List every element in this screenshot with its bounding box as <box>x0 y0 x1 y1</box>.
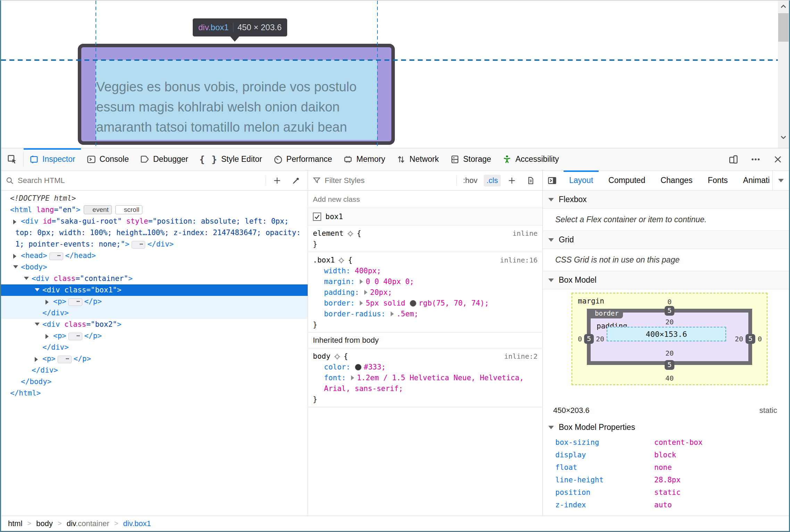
expand-value-icon[interactable] <box>364 290 367 295</box>
css-declaration[interactable]: font: 1.2em / 1.5 Helvetica Neue, Helvet… <box>308 373 542 394</box>
grid-section-header[interactable]: Grid <box>543 231 789 249</box>
highlight-selector-icon[interactable] <box>347 230 354 238</box>
color-swatch[interactable] <box>355 364 361 371</box>
collapse-expander-icon[interactable] <box>13 265 18 268</box>
inline-ellipsis-button[interactable]: ⋯ <box>49 252 63 260</box>
tab-layout[interactable]: Layout <box>562 171 601 190</box>
rule-selector[interactable]: .box1 <box>313 255 335 266</box>
property-name[interactable]: box-sizing <box>555 437 654 448</box>
pseudo-class-button[interactable]: :hov <box>460 175 480 186</box>
tab-performance[interactable]: Performance <box>268 148 338 170</box>
css-declaration[interactable]: margin: 0 0 40px 0; <box>308 276 542 287</box>
css-declaration[interactable]: padding: 20px; <box>308 287 542 298</box>
rule-source-link[interactable]: inline:2 <box>504 351 538 362</box>
expand-value-icon[interactable] <box>360 301 363 306</box>
expand-expander-icon[interactable] <box>13 219 16 224</box>
css-declaration[interactable]: border: 5px solid rgb(75, 70, 74); <box>308 298 542 309</box>
margin-right-value[interactable]: 0 <box>758 335 762 343</box>
color-swatch[interactable] <box>410 300 416 307</box>
property-name[interactable]: display <box>555 450 654 460</box>
print-simulation-button[interactable] <box>523 173 538 188</box>
markup-row[interactable]: </div> <box>1 342 308 353</box>
node-badge-event[interactable]: event <box>84 205 111 214</box>
markup-row[interactable]: <p>⋯</p> <box>1 296 308 307</box>
flexbox-section-header[interactable]: Flexbox <box>543 191 789 209</box>
margin-top-value[interactable]: 0 <box>667 298 672 306</box>
search-html-input[interactable] <box>18 176 262 185</box>
property-name[interactable]: float <box>555 462 654 473</box>
inline-ellipsis-button[interactable]: ⋯ <box>132 241 145 249</box>
property-value[interactable]: content-box <box>654 437 702 448</box>
box-model-properties-header[interactable]: Box Model Properties <box>543 418 789 436</box>
breadcrumb-item-html[interactable]: html <box>8 519 23 528</box>
add-new-class-input[interactable] <box>313 195 538 203</box>
box-model-content[interactable]: 400×153.6 <box>607 327 726 341</box>
css-declaration[interactable]: color: #333; <box>308 362 542 373</box>
inline-ellipsis-button[interactable]: ⋯ <box>58 356 72 363</box>
page-scrollbar-thumb[interactable] <box>778 13 789 42</box>
all-tabs-menu-button[interactable] <box>772 171 789 190</box>
property-value[interactable]: block <box>654 450 676 460</box>
node-badge-scroll[interactable]: scroll <box>115 205 142 214</box>
pick-element-button[interactable] <box>1 148 23 170</box>
collapse-expander-icon[interactable] <box>24 277 29 280</box>
border-right-value[interactable]: 5 <box>746 334 755 344</box>
rule-source-link[interactable]: inline:16 <box>500 255 538 266</box>
markup-row[interactable]: <!DOCTYPE html> <box>1 193 308 204</box>
sidebar-toggle-button[interactable] <box>543 171 562 190</box>
margin-left-value[interactable]: 0 <box>578 335 582 343</box>
expand-expander-icon[interactable] <box>35 357 38 362</box>
markup-row[interactable]: <body> <box>1 261 308 273</box>
inline-ellipsis-button[interactable]: ⋯ <box>68 298 82 306</box>
markup-row[interactable]: <div class="container"> <box>1 273 308 284</box>
collapse-expander-icon[interactable] <box>35 288 40 291</box>
margin-bottom-value[interactable]: 40 <box>665 374 674 382</box>
tab-computed[interactable]: Computed <box>601 171 653 190</box>
scrollbar-down-icon[interactable] <box>778 132 789 142</box>
rule-selector[interactable]: element <box>313 228 344 239</box>
property-value[interactable]: 28.8px <box>654 475 681 485</box>
border-bottom-value[interactable]: 5 <box>665 360 674 370</box>
property-value[interactable]: none <box>654 462 672 473</box>
expand-expander-icon[interactable] <box>45 334 49 339</box>
add-rule-button[interactable] <box>504 173 519 188</box>
property-name[interactable]: z-index <box>555 500 654 510</box>
markup-row[interactable]: <html lang="en">eventscroll <box>1 204 308 216</box>
tab-memory[interactable]: Memory <box>338 148 391 170</box>
markup-row[interactable]: </body> <box>1 376 308 388</box>
class-panel-button[interactable]: .cls <box>484 175 501 186</box>
padding-bottom-value[interactable]: 20 <box>665 349 674 357</box>
box-model-section-header[interactable]: Box Model <box>543 271 789 289</box>
expand-value-icon[interactable] <box>360 279 363 284</box>
tab-fonts[interactable]: Fonts <box>700 171 735 190</box>
markup-row[interactable]: </div> <box>1 307 308 319</box>
property-name[interactable]: line-height <box>555 475 654 485</box>
css-declaration[interactable]: width: 400px; <box>308 266 542 276</box>
markup-row[interactable]: <div class="box2"> <box>1 319 308 330</box>
padding-left-value[interactable]: 20 <box>596 335 604 343</box>
rule-source-link[interactable]: inline <box>513 228 538 239</box>
markup-row[interactable]: </div> <box>1 365 308 376</box>
padding-top-value[interactable]: 20 <box>665 318 674 326</box>
breadcrumb-item-div[interactable]: div.container <box>67 519 109 528</box>
class-checkbox[interactable] <box>313 213 321 221</box>
tab-accessibility[interactable]: Accessibility <box>497 148 564 170</box>
property-value[interactable]: auto <box>654 500 672 510</box>
expand-expander-icon[interactable] <box>45 300 49 305</box>
border-left-value[interactable]: 5 <box>584 334 594 344</box>
scrollbar-up-icon[interactable] <box>778 1 789 12</box>
markup-row[interactable]: <p>⋯</p> <box>1 353 308 365</box>
add-node-button[interactable] <box>269 173 285 188</box>
property-value[interactable]: static <box>654 487 681 498</box>
markup-row[interactable]: </html> <box>1 388 308 399</box>
css-declaration[interactable]: border-radius: .5em; <box>308 309 542 319</box>
tab-storage[interactable]: Storage <box>444 148 497 170</box>
tab-changes[interactable]: Changes <box>653 171 700 190</box>
markup-row[interactable]: <div id="saka-gui-root" style="position:… <box>1 216 308 250</box>
filter-styles-input[interactable] <box>325 176 453 185</box>
box-model-margin-region[interactable]: margin border padding 400×153.6 0 40 0 0… <box>572 293 767 384</box>
rule-selector[interactable]: body <box>313 351 331 362</box>
tab-debugger[interactable]: Debugger <box>134 148 194 170</box>
property-name[interactable]: position <box>555 487 654 498</box>
highlight-selector-icon[interactable] <box>338 257 345 264</box>
